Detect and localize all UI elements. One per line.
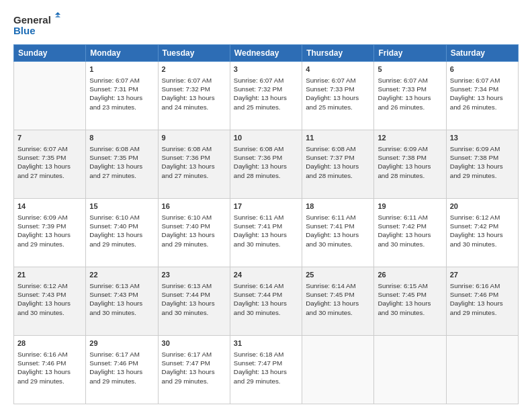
day-info: Sunrise: 6:07 AMSunset: 7:32 PMDaylight:… xyxy=(234,76,298,111)
day-cell: 23Sunrise: 6:13 AMSunset: 7:44 PMDayligh… xyxy=(158,267,230,336)
day-cell: 12Sunrise: 6:09 AMSunset: 7:38 PMDayligh… xyxy=(374,130,446,199)
day-info: Sunrise: 6:08 AMSunset: 7:36 PMDaylight:… xyxy=(234,144,298,180)
day-info: Sunrise: 6:09 AMSunset: 7:38 PMDaylight:… xyxy=(450,144,515,180)
day-cell xyxy=(446,336,518,404)
week-row-3: 14Sunrise: 6:09 AMSunset: 7:39 PMDayligh… xyxy=(14,199,519,267)
logo-svg: General Blue xyxy=(13,12,60,38)
day-info: Sunrise: 6:11 AMSunset: 7:42 PMDaylight:… xyxy=(378,213,442,248)
day-info: Sunrise: 6:17 AMSunset: 7:46 PMDaylight:… xyxy=(89,350,154,385)
week-row-5: 28Sunrise: 6:16 AMSunset: 7:46 PMDayligh… xyxy=(14,336,519,404)
day-cell xyxy=(14,62,86,130)
day-cell: 21Sunrise: 6:12 AMSunset: 7:43 PMDayligh… xyxy=(14,267,86,336)
day-cell: 26Sunrise: 6:15 AMSunset: 7:45 PMDayligh… xyxy=(374,267,446,336)
day-number: 8 xyxy=(89,133,154,143)
day-number: 15 xyxy=(89,201,154,212)
day-number: 4 xyxy=(306,64,370,75)
day-info: Sunrise: 6:07 AMSunset: 7:31 PMDaylight:… xyxy=(89,76,154,111)
day-cell: 5Sunrise: 6:07 AMSunset: 7:33 PMDaylight… xyxy=(374,62,446,130)
day-cell: 18Sunrise: 6:11 AMSunset: 7:41 PMDayligh… xyxy=(302,199,374,267)
day-cell: 15Sunrise: 6:10 AMSunset: 7:40 PMDayligh… xyxy=(86,199,158,267)
page: General Blue SundayMondayTuesdayWednesda… xyxy=(0,0,532,411)
day-info: Sunrise: 6:15 AMSunset: 7:45 PMDaylight:… xyxy=(378,281,442,317)
day-info: Sunrise: 6:08 AMSunset: 7:35 PMDaylight:… xyxy=(89,144,154,180)
day-cell: 9Sunrise: 6:08 AMSunset: 7:36 PMDaylight… xyxy=(158,130,230,199)
day-cell: 29Sunrise: 6:17 AMSunset: 7:46 PMDayligh… xyxy=(86,336,158,404)
week-row-2: 7Sunrise: 6:07 AMSunset: 7:35 PMDaylight… xyxy=(14,130,519,199)
day-number: 2 xyxy=(162,64,226,75)
day-cell: 31Sunrise: 6:18 AMSunset: 7:47 PMDayligh… xyxy=(230,336,302,404)
header-row: SundayMondayTuesdayWednesdayThursdayFrid… xyxy=(14,45,519,62)
day-number: 17 xyxy=(234,201,298,212)
day-info: Sunrise: 6:14 AMSunset: 7:44 PMDaylight:… xyxy=(234,281,298,317)
svg-marker-2 xyxy=(55,12,60,15)
day-cell: 17Sunrise: 6:11 AMSunset: 7:41 PMDayligh… xyxy=(230,199,302,267)
day-cell xyxy=(302,336,374,404)
day-info: Sunrise: 6:07 AMSunset: 7:35 PMDaylight:… xyxy=(17,144,82,180)
day-number: 28 xyxy=(17,338,82,349)
day-number: 21 xyxy=(17,270,82,280)
day-number: 18 xyxy=(306,201,370,212)
day-info: Sunrise: 6:12 AMSunset: 7:42 PMDaylight:… xyxy=(450,213,515,248)
day-info: Sunrise: 6:07 AMSunset: 7:34 PMDaylight:… xyxy=(450,76,515,111)
day-info: Sunrise: 6:08 AMSunset: 7:36 PMDaylight:… xyxy=(162,144,226,180)
day-info: Sunrise: 6:11 AMSunset: 7:41 PMDaylight:… xyxy=(306,213,370,248)
header: General Blue xyxy=(13,12,519,38)
day-info: Sunrise: 6:11 AMSunset: 7:41 PMDaylight:… xyxy=(234,213,298,248)
day-info: Sunrise: 6:09 AMSunset: 7:39 PMDaylight:… xyxy=(17,213,82,248)
day-number: 24 xyxy=(234,270,298,280)
day-info: Sunrise: 6:16 AMSunset: 7:46 PMDaylight:… xyxy=(17,350,82,385)
logo: General Blue xyxy=(13,12,60,38)
day-info: Sunrise: 6:07 AMSunset: 7:33 PMDaylight:… xyxy=(306,76,370,111)
day-info: Sunrise: 6:18 AMSunset: 7:47 PMDaylight:… xyxy=(234,350,298,385)
day-info: Sunrise: 6:10 AMSunset: 7:40 PMDaylight:… xyxy=(89,213,154,248)
day-number: 12 xyxy=(378,133,442,143)
day-number: 3 xyxy=(234,64,298,75)
header-day-tuesday: Tuesday xyxy=(158,45,230,62)
day-cell: 20Sunrise: 6:12 AMSunset: 7:42 PMDayligh… xyxy=(446,199,518,267)
header-day-wednesday: Wednesday xyxy=(230,45,302,62)
day-info: Sunrise: 6:12 AMSunset: 7:43 PMDaylight:… xyxy=(17,281,82,317)
day-cell: 27Sunrise: 6:16 AMSunset: 7:46 PMDayligh… xyxy=(446,267,518,336)
day-info: Sunrise: 6:10 AMSunset: 7:40 PMDaylight:… xyxy=(162,213,226,248)
day-cell: 22Sunrise: 6:13 AMSunset: 7:43 PMDayligh… xyxy=(86,267,158,336)
day-number: 5 xyxy=(378,64,442,75)
day-number: 13 xyxy=(450,133,515,143)
day-number: 9 xyxy=(162,133,226,143)
day-number: 31 xyxy=(234,338,298,349)
day-number: 22 xyxy=(89,270,154,280)
svg-text:General: General xyxy=(13,14,51,26)
day-number: 16 xyxy=(162,201,226,212)
header-day-thursday: Thursday xyxy=(302,45,374,62)
day-cell: 10Sunrise: 6:08 AMSunset: 7:36 PMDayligh… xyxy=(230,130,302,199)
day-info: Sunrise: 6:07 AMSunset: 7:32 PMDaylight:… xyxy=(162,76,226,111)
week-row-4: 21Sunrise: 6:12 AMSunset: 7:43 PMDayligh… xyxy=(14,267,519,336)
day-number: 1 xyxy=(89,64,154,75)
day-cell: 4Sunrise: 6:07 AMSunset: 7:33 PMDaylight… xyxy=(302,62,374,130)
day-info: Sunrise: 6:13 AMSunset: 7:43 PMDaylight:… xyxy=(89,281,154,317)
day-cell: 1Sunrise: 6:07 AMSunset: 7:31 PMDaylight… xyxy=(86,62,158,130)
header-day-monday: Monday xyxy=(86,45,158,62)
day-cell: 2Sunrise: 6:07 AMSunset: 7:32 PMDaylight… xyxy=(158,62,230,130)
day-cell: 13Sunrise: 6:09 AMSunset: 7:38 PMDayligh… xyxy=(446,130,518,199)
day-cell: 6Sunrise: 6:07 AMSunset: 7:34 PMDaylight… xyxy=(446,62,518,130)
day-cell: 16Sunrise: 6:10 AMSunset: 7:40 PMDayligh… xyxy=(158,199,230,267)
svg-text:Blue: Blue xyxy=(13,25,36,36)
day-number: 29 xyxy=(89,338,154,349)
day-number: 10 xyxy=(234,133,298,143)
day-info: Sunrise: 6:07 AMSunset: 7:33 PMDaylight:… xyxy=(378,76,442,111)
day-number: 14 xyxy=(17,201,82,212)
day-cell: 7Sunrise: 6:07 AMSunset: 7:35 PMDaylight… xyxy=(14,130,86,199)
day-cell xyxy=(374,336,446,404)
day-cell: 28Sunrise: 6:16 AMSunset: 7:46 PMDayligh… xyxy=(14,336,86,404)
day-number: 25 xyxy=(306,270,370,280)
day-number: 20 xyxy=(450,201,515,212)
day-number: 6 xyxy=(450,64,515,75)
day-cell: 14Sunrise: 6:09 AMSunset: 7:39 PMDayligh… xyxy=(14,199,86,267)
day-cell: 3Sunrise: 6:07 AMSunset: 7:32 PMDaylight… xyxy=(230,62,302,130)
day-number: 27 xyxy=(450,270,515,280)
day-number: 19 xyxy=(378,201,442,212)
day-info: Sunrise: 6:08 AMSunset: 7:37 PMDaylight:… xyxy=(306,144,370,180)
day-info: Sunrise: 6:14 AMSunset: 7:45 PMDaylight:… xyxy=(306,281,370,317)
header-day-friday: Friday xyxy=(374,45,446,62)
day-cell: 8Sunrise: 6:08 AMSunset: 7:35 PMDaylight… xyxy=(86,130,158,199)
